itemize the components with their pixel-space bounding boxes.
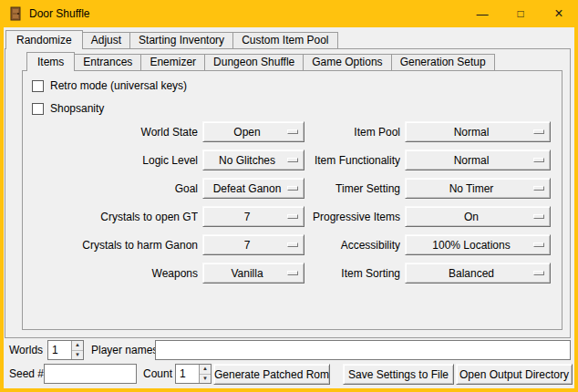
shopsanity-checkbox[interactable]: Shopsanity [32, 101, 104, 116]
crystals-ganon-dropdown[interactable]: 7 [202, 234, 304, 255]
field-row: Goal Defeat Ganon Timer Setting No Timer [25, 178, 551, 199]
save-settings-button[interactable]: Save Settings to File [343, 364, 454, 385]
dropdown-value: No Timer [449, 182, 507, 195]
spin-down-icon[interactable]: ▼ [200, 375, 211, 384]
dropdown-value: Vanilla [231, 267, 275, 280]
app-icon[interactable] [8, 6, 23, 21]
dropdown-indicator-icon [287, 242, 298, 247]
weapons-dropdown[interactable]: Vanilla [202, 263, 304, 284]
sub-tab-bar: Items Entrances Enemizer Dungeon Shuffle… [26, 52, 495, 70]
minimize-button[interactable]: — [463, 0, 501, 27]
dropdown-value: No Glitches [219, 154, 288, 167]
crystals-ganon-label: Crystals to harm Ganon [25, 239, 198, 252]
dropdown-indicator-icon [533, 186, 544, 191]
spin-up-icon[interactable]: ▲ [72, 341, 83, 351]
dropdown-indicator-icon [287, 186, 298, 191]
worlds-input[interactable] [48, 341, 71, 359]
dropdown-indicator-icon [533, 271, 544, 275]
goal-label: Goal [25, 182, 198, 195]
tab-randomize[interactable]: Randomize [5, 30, 83, 49]
world-state-dropdown[interactable]: Open [202, 121, 304, 142]
dropdown-value: Balanced [449, 267, 507, 280]
crystals-gt-dropdown[interactable]: 7 [202, 206, 304, 227]
worlds-spinbox[interactable]: ▲ ▼ [47, 340, 84, 360]
worlds-row: Worlds ▲ ▼ Player names [4, 340, 574, 361]
tab-items[interactable]: Items [26, 52, 75, 71]
seed-label: Seed # [9, 367, 44, 380]
accessibility-dropdown[interactable]: 100% Locations [405, 234, 551, 255]
world-state-label: World State [25, 126, 198, 139]
item-pool-label: Item Pool [309, 126, 400, 139]
checkbox-box-icon[interactable] [32, 103, 44, 115]
checkbox-label: Retro mode (universal keys) [50, 79, 187, 92]
main-tab-bar: Randomize Adjust Starting Inventory Cust… [5, 30, 338, 48]
content-area: Randomize Adjust Starting Inventory Cust… [4, 27, 574, 388]
progressive-items-label: Progressive Items [309, 211, 400, 223]
window: Door Shuffle — □ × Randomize Adjust Star… [0, 0, 578, 392]
crystals-gt-label: Crystals to open GT [25, 211, 198, 223]
logic-level-dropdown[interactable]: No Glitches [202, 150, 304, 170]
retro-mode-checkbox[interactable]: Retro mode (universal keys) [32, 78, 187, 93]
field-row: Crystals to harm Ganon 7 Accessibility 1… [25, 234, 551, 255]
items-panel: Retro mode (universal keys) Shopsanity W… [22, 70, 563, 330]
count-input[interactable] [176, 365, 199, 383]
item-functionality-dropdown[interactable]: Normal [405, 150, 551, 170]
spin-buttons: ▲ ▼ [71, 341, 83, 359]
titlebar: Door Shuffle — □ × [0, 0, 578, 27]
player-names-input[interactable] [155, 340, 571, 360]
count-spinbox[interactable]: ▲ ▼ [175, 364, 212, 384]
tab-enemizer[interactable]: Enemizer [140, 54, 205, 70]
tab-custom-item-pool[interactable]: Custom Item Pool [232, 32, 337, 48]
spin-buttons: ▲ ▼ [199, 365, 211, 383]
tab-game-options[interactable]: Game Options [303, 54, 391, 70]
worlds-label: Worlds [9, 344, 43, 356]
item-pool-dropdown[interactable]: Normal [405, 121, 551, 142]
dropdown-value: Open [233, 126, 273, 139]
dropdown-value: 7 [244, 239, 263, 252]
maximize-button[interactable]: □ [501, 0, 540, 27]
item-sorting-dropdown[interactable]: Balanced [405, 263, 551, 284]
player-names-label: Player names [91, 344, 158, 356]
dropdown-value: 100% Locations [432, 239, 522, 252]
dropdown-indicator-icon [287, 158, 298, 162]
dropdown-indicator-icon [533, 158, 544, 162]
dropdown-indicator-icon [287, 271, 298, 275]
checkbox-box-icon[interactable] [32, 80, 44, 92]
seed-input[interactable] [44, 364, 137, 384]
spin-down-icon[interactable]: ▼ [72, 351, 83, 360]
field-row: Crystals to open GT 7 Progressive Items … [25, 206, 551, 227]
dropdown-indicator-icon [533, 214, 544, 219]
tab-starting-inventory[interactable]: Starting Inventory [129, 32, 233, 48]
window-controls: — □ × [463, 0, 578, 27]
tab-adjust[interactable]: Adjust [82, 32, 130, 48]
spin-up-icon[interactable]: ▲ [200, 365, 211, 375]
count-label: Count [143, 367, 172, 380]
accessibility-label: Accessibility [309, 239, 400, 252]
progressive-items-dropdown[interactable]: On [405, 206, 551, 227]
tab-dungeon-shuffle[interactable]: Dungeon Shuffle [204, 54, 304, 70]
seed-row: Seed # Count ▲ ▼ Generate Patched Rom Sa… [4, 364, 574, 385]
tab-entrances[interactable]: Entrances [74, 54, 141, 70]
checkbox-label: Shopsanity [50, 102, 104, 115]
dropdown-value: On [464, 211, 491, 223]
timer-setting-dropdown[interactable]: No Timer [405, 178, 551, 199]
item-sorting-label: Item Sorting [309, 267, 400, 280]
tab-generation-setup[interactable]: Generation Setup [391, 54, 495, 70]
goal-dropdown[interactable]: Defeat Ganon [202, 178, 304, 199]
dropdown-value: Defeat Ganon [213, 182, 294, 195]
field-row: World State Open Item Pool Normal [25, 121, 551, 142]
dropdown-indicator-icon [533, 129, 544, 134]
dropdown-indicator-icon [533, 242, 544, 247]
generate-patched-rom-button[interactable]: Generate Patched Rom [213, 364, 330, 385]
weapons-label: Weapons [25, 267, 198, 280]
logic-level-label: Logic Level [25, 154, 198, 167]
open-output-directory-button[interactable]: Open Output Directory [456, 364, 573, 385]
dropdown-value: Normal [454, 126, 502, 139]
close-button[interactable]: × [540, 0, 578, 27]
field-row: Logic Level No Glitches Item Functionali… [25, 150, 551, 170]
timer-setting-label: Timer Setting [309, 182, 400, 195]
window-title: Door Shuffle [29, 7, 90, 20]
dropdown-value: 7 [244, 211, 263, 223]
field-row: Weapons Vanilla Item Sorting Balanced [25, 263, 551, 284]
item-functionality-label: Item Functionality [309, 154, 400, 167]
